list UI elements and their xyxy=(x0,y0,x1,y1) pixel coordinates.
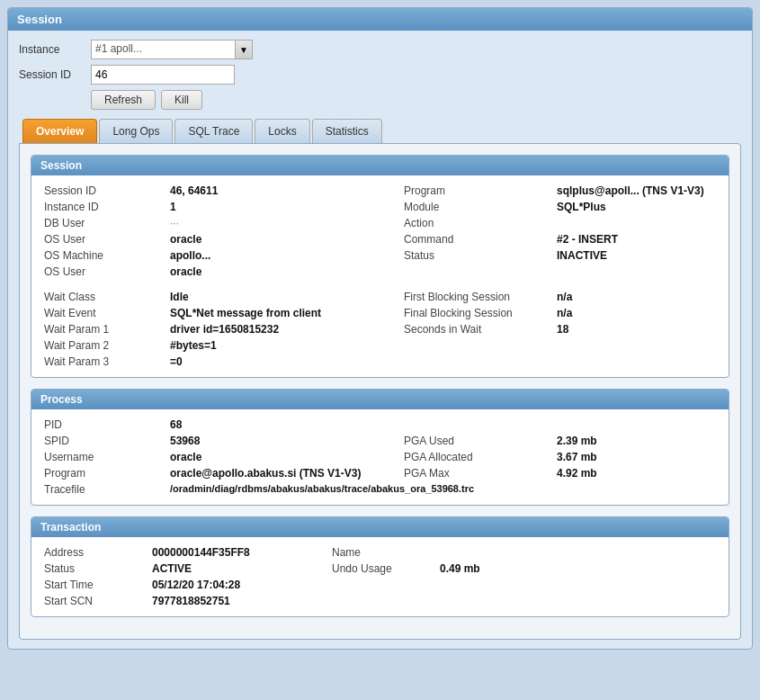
instance-select: #1 apoll... ▼ xyxy=(91,40,253,59)
s-value-os-user2: oracle xyxy=(170,265,404,278)
s-value-status: INACTIVE xyxy=(557,249,716,262)
t-label-start-scn: Start SCN xyxy=(44,595,152,607)
s-value-db-user: ··· xyxy=(170,217,404,229)
process-panel: Process PID 68 SPID 53968 PGA Used 2.39 … xyxy=(31,389,729,506)
s-value-first-blocking: n/a xyxy=(557,291,716,303)
p-value-pga-allocated: 3.67 mb xyxy=(557,451,716,463)
t-value-empty2 xyxy=(440,595,716,607)
s-value-wait-event: SQL*Net message from client xyxy=(170,307,404,319)
session-panel-title: Session xyxy=(31,156,729,175)
s-label-os-user2: OS User xyxy=(44,265,170,278)
s-value-wait-param2: #bytes=1 xyxy=(170,339,404,352)
s-value-seconds-wait: 18 xyxy=(557,323,716,336)
s-label-action: Action xyxy=(404,217,557,229)
s-value-wait-class: Idle xyxy=(170,291,404,303)
t-value-name xyxy=(440,546,716,559)
s-label-module: Module xyxy=(404,201,557,213)
s-label-wait-param1: Wait Param 1 xyxy=(44,323,170,336)
p-value-program: oracle@apollo.abakus.si (TNS V1-V3) xyxy=(170,467,404,480)
t-label-empty xyxy=(332,579,440,591)
tabs: Overview Long Ops SQL Trace Locks Statis… xyxy=(19,119,741,143)
s-label-wait-event: Wait Event xyxy=(44,307,170,319)
tab-overview[interactable]: Overview xyxy=(22,119,97,143)
transaction-panel: Transaction Address 0000000144F35FF8 Nam… xyxy=(31,516,729,617)
t-value-address: 0000000144F35FF8 xyxy=(152,546,332,559)
s-value-os-user: oracle xyxy=(170,233,404,246)
session-info-grid: Session ID 46, 64611 Program sqlplus@apo… xyxy=(44,184,716,368)
p-value-tracefile: /oradmin/diag/rdbms/abakus/abakus/trace/… xyxy=(170,483,716,494)
s-value-instance-id: 1 xyxy=(170,201,404,213)
session-panel-body: Session ID 46, 64611 Program sqlplus@apo… xyxy=(31,175,729,377)
button-row: Refresh Kill xyxy=(91,90,741,110)
t-value-start-time: 05/12/20 17:04:28 xyxy=(152,579,332,591)
s-label-first-blocking: First Blocking Session xyxy=(404,291,557,303)
outer-panel: Session Instance #1 apoll... ▼ Session I… xyxy=(7,7,753,650)
s-label-db-user: DB User xyxy=(44,217,170,229)
t-label-status: Status xyxy=(44,562,152,575)
s-label-os-machine: OS Machine xyxy=(44,249,170,262)
outer-panel-title: Session xyxy=(8,8,752,31)
instance-dropdown-btn[interactable]: ▼ xyxy=(235,40,253,59)
t-value-undo-usage: 0.49 mb xyxy=(440,562,716,575)
s-label-os-user: OS User xyxy=(44,233,170,246)
session-id-row: Session ID xyxy=(19,65,741,85)
p-label-username: Username xyxy=(44,451,170,463)
s-label-session-id: Session ID xyxy=(44,184,170,197)
refresh-button[interactable]: Refresh xyxy=(91,90,156,110)
p-value-pga-used: 2.39 mb xyxy=(557,435,716,447)
s-label-instance-id: Instance ID xyxy=(44,201,170,213)
tab-content: Session Session ID 46, 64611 Program sql… xyxy=(19,143,741,640)
p-value-pid: 68 xyxy=(170,418,404,431)
p-label-tracefile: Tracefile xyxy=(44,483,170,496)
t-label-empty2 xyxy=(332,595,440,607)
p-label-pga-allocated: PGA Allocated xyxy=(404,451,557,463)
p-label-spid: SPID xyxy=(44,435,170,447)
s-label-wait-param3: Wait Param 3 xyxy=(44,355,170,368)
t-label-start-time: Start Time xyxy=(44,579,152,591)
tab-sqltrace[interactable]: SQL Trace xyxy=(174,119,253,143)
p-label-pga-max: PGA Max xyxy=(404,467,557,480)
transaction-panel-title: Transaction xyxy=(31,517,729,537)
s-value-session-id: 46, 64611 xyxy=(170,184,404,197)
s-label-final-blocking: Final Blocking Session xyxy=(404,307,557,319)
divider xyxy=(44,282,716,287)
s-value-command: #2 - INSERT xyxy=(557,233,716,246)
t-label-address: Address xyxy=(44,546,152,559)
t-value-start-scn: 7977818852751 xyxy=(152,595,332,607)
s-label-status: Status xyxy=(404,249,557,262)
s-label-wait-class: Wait Class xyxy=(44,291,170,303)
t-label-undo-usage: Undo Usage xyxy=(332,562,440,575)
tab-statistics[interactable]: Statistics xyxy=(312,119,382,143)
process-panel-body: PID 68 SPID 53968 PGA Used 2.39 mb Usern… xyxy=(31,409,729,505)
t-value-empty xyxy=(440,579,716,591)
s-value-final-blocking: n/a xyxy=(557,307,716,319)
kill-button[interactable]: Kill xyxy=(161,90,202,110)
process-info-grid: PID 68 SPID 53968 PGA Used 2.39 mb Usern… xyxy=(44,418,716,496)
s-value-wait-param3: =0 xyxy=(170,355,404,368)
s-label-command: Command xyxy=(404,233,557,246)
p-value-spid: 53968 xyxy=(170,435,404,447)
s-value-wait-param1: driver id=1650815232 xyxy=(170,323,404,336)
transaction-info-grid: Address 0000000144F35FF8 Name Status ACT… xyxy=(44,546,716,607)
instance-row: Instance #1 apoll... ▼ xyxy=(19,40,741,59)
p-label-pga-used: PGA Used xyxy=(404,435,557,447)
s-value-module: SQL*Plus xyxy=(557,201,716,213)
session-id-label: Session ID xyxy=(19,68,91,81)
tabs-container: Overview Long Ops SQL Trace Locks Statis… xyxy=(19,119,741,640)
session-id-input[interactable] xyxy=(91,65,235,85)
s-label-program: Program xyxy=(404,184,557,197)
s-value-os-machine: apollo... xyxy=(170,249,404,262)
instance-input[interactable]: #1 apoll... xyxy=(91,40,235,59)
p-value-pga-max: 4.92 mb xyxy=(557,467,716,480)
p-value-username: oracle xyxy=(170,451,404,463)
s-label-wait-param2: Wait Param 2 xyxy=(44,339,170,352)
transaction-panel-body: Address 0000000144F35FF8 Name Status ACT… xyxy=(31,537,729,616)
instance-label: Instance xyxy=(19,43,91,56)
session-panel: Session Session ID 46, 64611 Program sql… xyxy=(31,155,729,378)
p-label-pid: PID xyxy=(44,418,170,431)
tab-longops[interactable]: Long Ops xyxy=(99,119,173,143)
p-label-program: Program xyxy=(44,467,170,480)
s-value-program: sqlplus@apoll... (TNS V1-V3) xyxy=(557,184,716,197)
tab-locks[interactable]: Locks xyxy=(255,119,309,143)
s-label-seconds-wait: Seconds in Wait xyxy=(404,323,557,336)
